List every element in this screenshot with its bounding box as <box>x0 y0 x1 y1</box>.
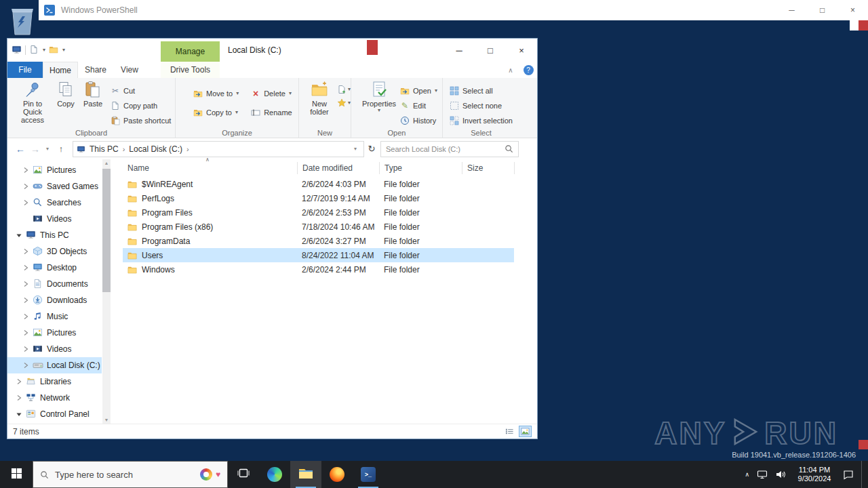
chevron-right-icon[interactable] <box>22 264 31 271</box>
collapse-ribbon-icon[interactable]: ∧ <box>502 62 519 78</box>
recent-locations-icon[interactable]: ▾ <box>43 146 52 152</box>
file-explorer-button[interactable] <box>290 461 321 488</box>
sidebar-item-3d-objects[interactable]: 3D Objects <box>7 243 102 260</box>
sidebar-item-control-panel[interactable]: Control Panel <box>7 406 102 422</box>
chevron-right-icon[interactable] <box>22 346 31 352</box>
start-button[interactable] <box>0 461 33 488</box>
powershell-titlebar[interactable]: Windows PowerShell ─ □ × <box>39 0 868 20</box>
nav-scrollbar-thumb[interactable] <box>102 169 111 292</box>
chevron-right-icon[interactable] <box>16 394 24 401</box>
file-row-program-files-x86[interactable]: Program Files (x86)7/18/2024 10:46 AMFil… <box>123 220 514 234</box>
chevron-down-icon[interactable]: ▾ <box>62 47 65 53</box>
file-row-programdata[interactable]: ProgramData2/6/2024 3:27 PMFile folder <box>123 234 514 248</box>
tab-view[interactable]: View <box>113 62 146 78</box>
sidebar-item-searches[interactable]: Searches <box>7 195 102 211</box>
paste-shortcut-button[interactable]: Paste shortcut <box>111 113 171 128</box>
chevron-right-icon[interactable] <box>22 167 31 174</box>
up-button[interactable]: ↑ <box>52 144 70 154</box>
back-button[interactable]: ← <box>13 144 28 155</box>
scroll-down-icon[interactable]: ▼ <box>102 418 111 422</box>
explorer-titlebar[interactable]: ▾ ▾ Manage Local Disk (C:) ─ □ × <box>7 39 537 62</box>
edit-button[interactable]: ✎Edit <box>400 98 437 113</box>
sidebar-item-pictures[interactable]: Pictures <box>7 325 102 341</box>
sidebar-item-libraries[interactable]: Libraries <box>7 373 102 390</box>
recycle-bin-icon[interactable] <box>8 2 37 37</box>
chevron-right-icon[interactable] <box>22 329 31 336</box>
qat-new-folder-icon[interactable] <box>49 45 59 55</box>
select-all-button[interactable]: Select all <box>450 83 519 98</box>
copy-button[interactable]: Copy <box>52 78 79 128</box>
tray-chevron-up-icon[interactable]: ∧ <box>745 471 749 478</box>
close-button[interactable]: × <box>837 0 868 20</box>
tab-share[interactable]: Share <box>78 62 113 78</box>
select-none-button[interactable]: Select none <box>450 98 519 113</box>
close-button[interactable]: × <box>506 39 537 62</box>
history-button[interactable]: History <box>400 113 437 128</box>
volume-icon[interactable] <box>775 469 786 480</box>
copy-to-button[interactable]: Copy to▾ <box>193 105 239 120</box>
file-row-winreagent[interactable]: $WinREAgent2/6/2024 4:03 PMFile folder <box>123 177 514 191</box>
column-header-type[interactable]: Type <box>379 162 462 174</box>
open-button[interactable]: Open▾ <box>400 83 437 98</box>
sidebar-item-saved-games[interactable]: Saved Games <box>7 178 102 195</box>
chevron-right-icon[interactable] <box>22 199 31 206</box>
tab-drive-tools[interactable]: Drive Tools <box>161 62 220 78</box>
chevron-down-icon[interactable] <box>16 411 24 418</box>
help-button[interactable]: ? <box>519 62 537 78</box>
refresh-button[interactable]: ↻ <box>364 144 379 154</box>
file-row-users[interactable]: Users8/24/2022 11:04 AMFile folder <box>123 248 514 262</box>
column-header-name[interactable]: Name <box>123 162 297 174</box>
minimize-button[interactable]: ─ <box>776 0 807 20</box>
sidebar-item-videos[interactable]: Videos <box>7 211 102 227</box>
new-folder-button[interactable]: New folder <box>303 78 336 128</box>
scroll-up-icon[interactable]: ▲ <box>102 161 111 165</box>
minimize-button[interactable]: ─ <box>443 39 475 62</box>
nav-scrollbar[interactable]: ▲ ▼ <box>102 159 111 424</box>
network-icon[interactable] <box>757 469 768 480</box>
delete-button[interactable]: ×Delete▾ <box>251 86 292 101</box>
firefox-button[interactable] <box>321 461 353 488</box>
cut-button[interactable]: ✂Cut <box>111 83 171 98</box>
details-view-button[interactable] <box>503 426 516 437</box>
sidebar-item-local-disk-c[interactable]: Local Disk (C:) <box>7 357 102 373</box>
tab-home[interactable]: Home <box>43 62 78 78</box>
pin-to-quick-access-button[interactable]: Pin to Quick access <box>13 78 52 128</box>
sidebar-item-documents[interactable]: Documents <box>7 276 102 292</box>
qat-properties-icon[interactable] <box>29 45 39 55</box>
action-center-icon[interactable] <box>843 469 854 480</box>
manage-contextual-tab[interactable]: Manage <box>161 41 220 62</box>
taskbar-search-input[interactable]: Type here to search ♥ <box>33 461 228 488</box>
sidebar-item-videos[interactable]: Videos <box>7 341 102 357</box>
powershell-button[interactable]: >_ <box>353 461 384 488</box>
properties-button[interactable]: Properties ▾ <box>361 78 397 128</box>
breadcrumb-local-disk-c[interactable]: Local Disk (C:) <box>125 144 186 154</box>
taskbar-clock[interactable]: 11:04 PM 9/30/2024 <box>793 466 835 483</box>
chevron-right-icon[interactable] <box>22 248 31 255</box>
show-desktop-button[interactable] <box>861 461 865 488</box>
edge-button[interactable] <box>259 461 290 488</box>
column-header-date-modified[interactable]: Date modified <box>297 162 379 174</box>
copy-path-button[interactable]: Copy path <box>111 98 171 113</box>
rename-button[interactable]: Rename <box>251 105 292 120</box>
chevron-right-icon[interactable] <box>22 297 31 304</box>
easy-access-button[interactable]: ▾ <box>337 98 351 108</box>
sidebar-item-downloads[interactable]: Downloads <box>7 292 102 308</box>
address-dropdown-icon[interactable]: ▾ <box>351 146 360 152</box>
maximize-button[interactable]: □ <box>807 0 837 20</box>
new-item-button[interactable]: ▾ <box>337 85 351 94</box>
sidebar-item-this-pc[interactable]: This PC <box>7 227 102 243</box>
paste-button[interactable]: Paste <box>79 78 106 128</box>
maximize-button[interactable]: □ <box>475 39 506 62</box>
chevron-down-icon[interactable]: ▾ <box>43 47 45 53</box>
invert-selection-button[interactable]: Invert selection <box>450 113 519 128</box>
tab-file[interactable]: File <box>7 62 43 78</box>
search-input[interactable]: Search Local Disk (C:) <box>380 141 519 157</box>
file-row-perflogs[interactable]: PerfLogs12/7/2019 9:14 AMFile folder <box>123 191 514 205</box>
chevron-right-icon[interactable] <box>22 281 31 287</box>
sidebar-item-pictures[interactable]: Pictures <box>7 162 102 178</box>
breadcrumb-this-pc[interactable]: This PC <box>85 144 123 154</box>
address-input[interactable]: This PC › Local Disk (C:) › ▾ <box>73 141 364 157</box>
sidebar-item-network[interactable]: Network <box>7 390 102 406</box>
file-row-windows[interactable]: Windows2/6/2024 2:44 PMFile folder <box>123 262 514 277</box>
move-to-button[interactable]: Move to▾ <box>193 86 239 101</box>
